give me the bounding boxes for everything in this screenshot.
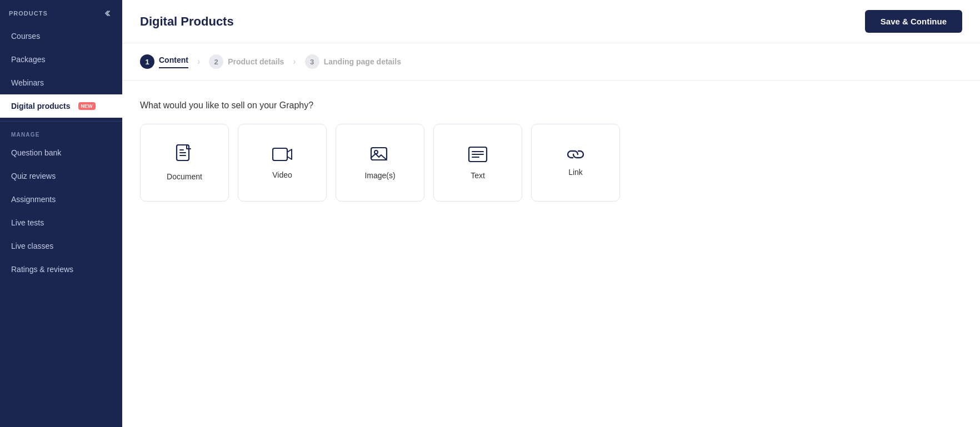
product-card-text-label: Text: [471, 171, 485, 180]
product-card-video-label: Video: [272, 170, 292, 179]
top-bar: Digital Products Save & Continue: [122, 0, 980, 43]
new-badge: New: [78, 102, 96, 110]
sidebar-item-label: Assignments: [11, 195, 56, 204]
step-2-number: 2: [209, 54, 223, 69]
step-2[interactable]: 2 Product details: [209, 54, 284, 69]
sidebar-item-label: Webinars: [11, 78, 44, 87]
sidebar-item-label: Quiz reviews: [11, 172, 56, 180]
step-1-label: Content: [159, 56, 188, 64]
sidebar-item-webinars[interactable]: Webinars: [0, 71, 122, 94]
sidebar-divider: [0, 121, 122, 122]
svg-point-3: [374, 150, 378, 154]
sidebar-item-question-bank[interactable]: Question bank: [0, 141, 122, 164]
sidebar-item-ratings-reviews[interactable]: Ratings & reviews: [0, 258, 122, 281]
save-continue-button[interactable]: Save & Continue: [865, 10, 962, 33]
sidebar-item-label: Courses: [11, 32, 40, 41]
document-icon: [176, 144, 193, 164]
sidebar-item-label: Digital products: [11, 102, 71, 110]
sidebar-collapse-button[interactable]: [100, 8, 113, 19]
step-arrow-2: ›: [293, 57, 296, 67]
sidebar-item-live-classes[interactable]: Live classes: [0, 234, 122, 258]
page-title: Digital Products: [140, 14, 234, 29]
product-card-images[interactable]: Image(s): [336, 124, 424, 202]
sidebar-item-label: Packages: [11, 55, 45, 64]
manage-section-label: Manage: [0, 125, 122, 141]
svg-rect-1: [273, 148, 287, 160]
product-card-document[interactable]: Document: [140, 124, 229, 202]
link-icon: [566, 149, 586, 160]
step-arrow-1: ›: [197, 57, 200, 67]
step-3-number: 3: [305, 54, 319, 69]
sidebar-item-label: Ratings & reviews: [11, 265, 73, 274]
product-card-link[interactable]: Link: [531, 124, 620, 202]
sidebar-section-label: Products: [9, 10, 48, 17]
step-1[interactable]: 1 Content: [140, 54, 188, 69]
content-area: What would you like to sell on your Grap…: [122, 81, 980, 222]
product-card-text[interactable]: Text: [433, 124, 522, 202]
step-3[interactable]: 3 Landing page details: [305, 54, 401, 69]
sidebar-item-digital-products[interactable]: Digital products New: [0, 94, 122, 118]
sidebar-item-label: Live tests: [11, 218, 44, 227]
sidebar-item-courses[interactable]: Courses: [0, 24, 122, 48]
step-3-label: Landing page details: [324, 57, 401, 66]
video-icon: [272, 146, 292, 163]
product-card-link-label: Link: [568, 168, 583, 177]
product-card-video[interactable]: Video: [238, 124, 327, 202]
sidebar: Products Courses Packages Webinars Digit…: [0, 0, 122, 427]
sidebar-item-label: Question bank: [11, 148, 61, 157]
sidebar-item-live-tests[interactable]: Live tests: [0, 211, 122, 234]
images-icon: [370, 145, 390, 163]
sidebar-item-label: Live classes: [11, 242, 53, 250]
step-2-label: Product details: [228, 57, 284, 66]
product-type-cards: Document Video: [140, 124, 962, 202]
stepper: 1 Content › 2 Product details › 3 Landin…: [122, 43, 980, 81]
sidebar-item-assignments[interactable]: Assignments: [0, 188, 122, 211]
product-card-images-label: Image(s): [364, 171, 395, 180]
product-card-document-label: Document: [167, 172, 202, 181]
sidebar-item-packages[interactable]: Packages: [0, 48, 122, 71]
step-1-number: 1: [140, 54, 154, 69]
section-question: What would you like to sell on your Grap…: [140, 101, 962, 110]
sidebar-item-quiz-reviews[interactable]: Quiz reviews: [0, 164, 122, 188]
main-content: Digital Products Save & Continue 1 Conte…: [122, 0, 980, 427]
text-icon: [468, 145, 488, 163]
